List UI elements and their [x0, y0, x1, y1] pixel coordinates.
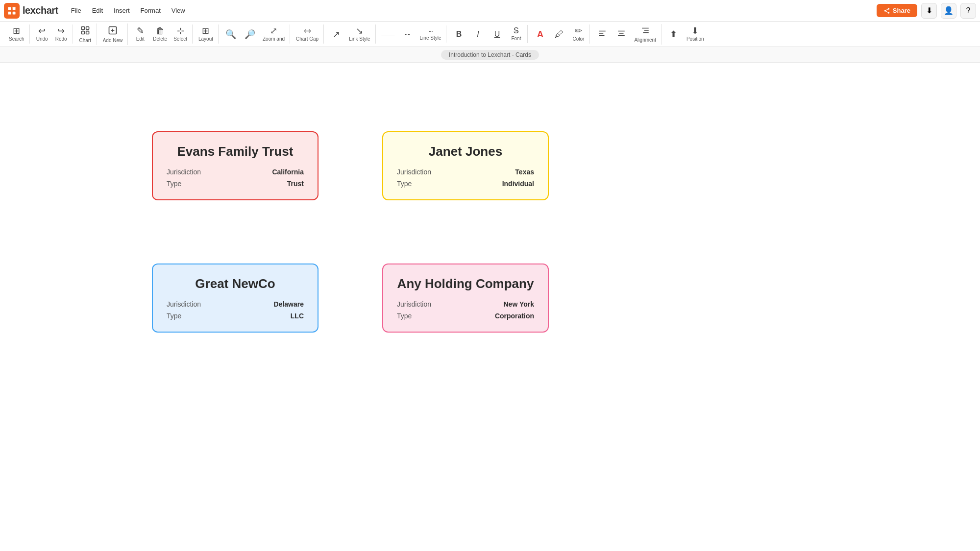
svg-point-6: [888, 12, 890, 14]
layout-label: Layout: [198, 36, 213, 42]
breadcrumb: Introduction to Lexchart - Cards: [441, 50, 539, 60]
fill-color-button[interactable]: 🖊: [550, 28, 568, 41]
chart-gap-label: Chart Gap: [296, 36, 318, 42]
svg-rect-12: [86, 31, 89, 34]
toolbar: ⊞ Search ↩ Undo ↪ Redo Chart: [0, 22, 980, 47]
menu-edit[interactable]: Edit: [87, 5, 108, 16]
card-janet-field-jurisdiction: Jurisdiction Texas: [397, 168, 534, 176]
zoom-fit-button[interactable]: ⤢ Zoom and: [260, 24, 288, 44]
fill-color-icon: 🖊: [555, 30, 564, 39]
select-label: Select: [173, 36, 187, 42]
user-button[interactable]: 👤: [941, 3, 956, 19]
chart-label: Chart: [79, 38, 91, 43]
undo-button[interactable]: ↩ Undo: [33, 24, 51, 44]
line-dotted-button[interactable]: ··· Line Style: [417, 25, 444, 43]
logo-icon: [4, 3, 20, 19]
redo-button[interactable]: ↪ Redo: [52, 24, 71, 44]
position-label: Position: [686, 36, 704, 42]
card-newco-title: Great NewCo: [167, 276, 304, 291]
svg-rect-3: [13, 11, 16, 14]
zoom-in-button[interactable]: 🔍: [221, 28, 240, 41]
line-dashed-button[interactable]: - -: [398, 29, 416, 40]
edit-button[interactable]: ✎ Edit: [131, 24, 149, 44]
menu-file[interactable]: File: [66, 5, 86, 16]
align-right-icon: [641, 26, 650, 36]
logo-area: lexchart: [4, 3, 58, 19]
menu-format[interactable]: Format: [136, 5, 166, 16]
align-center-button[interactable]: [612, 27, 631, 41]
menu-insert[interactable]: Insert: [109, 5, 135, 16]
share-button[interactable]: Share: [877, 4, 917, 17]
card-evans-field-jurisdiction: Jurisdiction California: [167, 168, 304, 176]
add-new-icon: [108, 25, 118, 37]
bring-front-button[interactable]: ⬆: [664, 28, 683, 41]
text-color-icon: A: [537, 30, 543, 39]
download-button[interactable]: ⬇: [921, 3, 937, 19]
chart-icon: [80, 25, 90, 37]
zoom-in-icon: 🔍: [225, 30, 236, 39]
card-holding[interactable]: Any Holding Company Jurisdiction New Yor…: [382, 264, 549, 333]
redo-icon: ↪: [57, 26, 65, 35]
bold-icon: B: [456, 30, 462, 38]
link-style-label: Link Style: [349, 36, 370, 42]
card-holding-fields: Jurisdiction New York Type Corporation: [397, 300, 534, 320]
select-button[interactable]: ⊹ Select: [171, 24, 190, 44]
align-right-button[interactable]: Alignment: [631, 24, 659, 45]
align-left-icon: [598, 29, 607, 39]
color-label: Color: [573, 36, 585, 42]
svg-rect-0: [8, 7, 11, 10]
toolbar-line-group: —— - - ··· Line Style: [377, 25, 447, 43]
underline-button[interactable]: U: [488, 28, 506, 40]
jurisdiction-value: Texas: [515, 168, 534, 176]
zoom-out-button[interactable]: 🔎: [241, 28, 259, 41]
line-solid-button[interactable]: ——: [379, 29, 397, 40]
breadcrumb-bar: Introduction to Lexchart - Cards: [0, 47, 980, 63]
delete-button[interactable]: 🗑 Delete: [150, 24, 170, 44]
svg-rect-9: [81, 26, 84, 29]
underline-icon: U: [494, 30, 500, 38]
strikethrough-button[interactable]: S Font: [507, 25, 525, 43]
line-style-label: Line Style: [420, 35, 441, 41]
layout-button[interactable]: ⊞ Layout: [196, 24, 216, 44]
logo-text: lexchart: [23, 5, 58, 16]
canvas[interactable]: Evans Family Trust Jurisdiction Californ…: [0, 63, 980, 551]
card-evans-fields: Jurisdiction California Type Trust: [167, 168, 304, 188]
layout-icon: ⊞: [202, 26, 209, 35]
top-right-controls: Share ⬇ 👤 ?: [877, 3, 976, 19]
link-style-button1[interactable]: ↗: [327, 28, 345, 41]
link-style-button2[interactable]: ↘ Link Style: [346, 24, 373, 44]
chart-button[interactable]: Chart: [76, 24, 95, 45]
search-label: Search: [9, 36, 24, 42]
card-evans[interactable]: Evans Family Trust Jurisdiction Californ…: [152, 131, 318, 200]
toolbar-add-group: Add New: [98, 24, 128, 45]
bold-button[interactable]: B: [449, 28, 468, 40]
line-color-icon: ✏: [575, 26, 582, 35]
search-button[interactable]: ⊞ Search: [6, 24, 27, 44]
toolbar-link-group: ↗ ↘ Link Style: [325, 24, 375, 44]
italic-button[interactable]: I: [468, 28, 487, 40]
type-value: Individual: [502, 180, 534, 188]
card-holding-title: Any Holding Company: [397, 276, 534, 291]
undo-label: Undo: [36, 36, 48, 42]
card-janet-title: Janet Jones: [397, 144, 534, 159]
align-left-button[interactable]: [593, 27, 612, 41]
card-janet[interactable]: Janet Jones Jurisdiction Texas Type Indi…: [382, 131, 549, 200]
send-back-button[interactable]: ⬇ Position: [684, 24, 707, 44]
font-label: Font: [511, 36, 521, 41]
edit-icon: ✎: [137, 26, 144, 35]
line-dotted-icon: ···: [428, 27, 433, 34]
menu-view[interactable]: View: [167, 5, 190, 16]
text-color-button[interactable]: A: [531, 28, 549, 41]
redo-label: Redo: [55, 36, 67, 42]
toolbar-zoom-group: 🔍 🔎 ⤢ Zoom and: [220, 24, 290, 44]
card-newco-field-type: Type LLC: [167, 312, 304, 320]
add-new-button[interactable]: Add New: [100, 24, 126, 45]
top-menu-bar: lexchart File Edit Insert Format View Sh…: [0, 0, 980, 22]
card-evans-title: Evans Family Trust: [167, 144, 304, 159]
card-newco[interactable]: Great NewCo Jurisdiction Delaware Type L…: [152, 264, 318, 333]
line-color-button[interactable]: ✏ Color: [569, 24, 588, 44]
delete-icon: 🗑: [156, 26, 165, 35]
chart-gap-button[interactable]: ⇿ Chart Gap: [293, 24, 321, 44]
help-button[interactable]: ?: [960, 3, 976, 19]
toolbar-edit-group: ✎ Edit 🗑 Delete ⊹ Select: [129, 24, 193, 44]
